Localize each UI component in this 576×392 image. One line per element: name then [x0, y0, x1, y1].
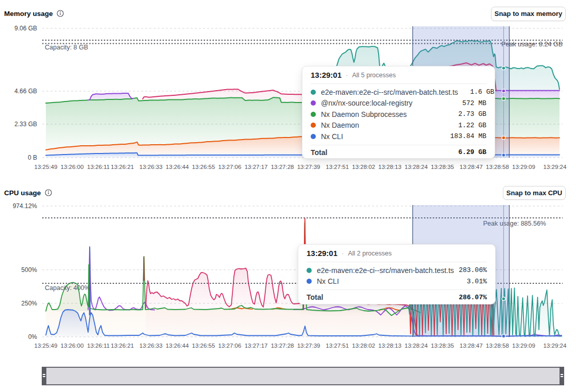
svg-text:13:29:09: 13:29:09	[512, 164, 535, 170]
svg-text:13:28:58: 13:28:58	[486, 164, 509, 170]
svg-text:13:26:11: 13:26:11	[87, 343, 110, 349]
svg-text:13:26:44: 13:26:44	[166, 343, 189, 349]
svg-text:13:27:06: 13:27:06	[218, 343, 242, 349]
svg-text:13:27:51: 13:27:51	[326, 343, 349, 349]
svg-text:Peak usage: 8.24 GB: Peak usage: 8.24 GB	[501, 41, 563, 48]
svg-text:13:26:21: 13:26:21	[111, 164, 134, 170]
svg-text:13:26:55: 13:26:55	[192, 343, 215, 349]
svg-text:13:27:28: 13:27:28	[271, 343, 294, 349]
svg-text:Capacity: 400%: Capacity: 400%	[45, 284, 90, 292]
svg-text:13:26:21: 13:26:21	[111, 343, 134, 349]
svg-text:13:28:35: 13:28:35	[431, 343, 454, 349]
svg-text:4.66 GB: 4.66 GB	[14, 88, 37, 95]
svg-text:Capacity: 8 GB: Capacity: 8 GB	[45, 44, 88, 51]
svg-text:13:29:09: 13:29:09	[512, 343, 535, 349]
svg-text:13:26:00: 13:26:00	[61, 164, 84, 170]
svg-text:13:28:02: 13:28:02	[352, 164, 375, 170]
svg-text:13:28:35: 13:28:35	[431, 164, 454, 170]
svg-text:13:27:17: 13:27:17	[245, 343, 268, 349]
svg-text:13:29:24: 13:29:24	[544, 164, 567, 170]
svg-text:13:28:02: 13:28:02	[352, 343, 375, 349]
svg-text:13:28:13: 13:28:13	[378, 164, 401, 170]
svg-text:13:27:39: 13:27:39	[297, 164, 320, 170]
svg-text:13:28:24: 13:28:24	[404, 343, 428, 349]
svg-text:13:27:06: 13:27:06	[218, 164, 242, 170]
svg-text:250%: 250%	[21, 300, 37, 307]
svg-text:13:27:51: 13:27:51	[326, 164, 349, 170]
svg-text:13:25:49: 13:25:49	[35, 164, 58, 170]
svg-text:13:29:24: 13:29:24	[544, 343, 567, 349]
svg-text:9.06 GB: 9.06 GB	[14, 25, 37, 32]
svg-text:13:28:47: 13:28:47	[460, 343, 483, 349]
svg-text:13:26:33: 13:26:33	[140, 343, 163, 349]
svg-text:2.33 GB: 2.33 GB	[14, 121, 37, 128]
svg-text:0%: 0%	[28, 333, 38, 340]
svg-text:13:27:39: 13:27:39	[297, 343, 320, 349]
svg-text:13:27:28: 13:27:28	[271, 164, 294, 170]
svg-text:13:28:24: 13:28:24	[404, 164, 428, 170]
svg-text:13:26:55: 13:26:55	[192, 164, 215, 170]
svg-text:13:26:11: 13:26:11	[87, 164, 110, 170]
svg-text:13:26:44: 13:26:44	[166, 164, 189, 170]
svg-text:13:25:49: 13:25:49	[35, 343, 58, 349]
svg-text:500%: 500%	[21, 266, 37, 274]
svg-text:13:28:47: 13:28:47	[460, 164, 483, 170]
svg-text:13:26:00: 13:26:00	[61, 343, 84, 349]
svg-text:974.12%: 974.12%	[13, 202, 38, 210]
svg-text:13:26:33: 13:26:33	[140, 164, 163, 170]
svg-text:13:27:17: 13:27:17	[245, 164, 268, 170]
svg-text:13:28:58: 13:28:58	[486, 343, 509, 349]
svg-text:0 B: 0 B	[28, 154, 37, 161]
svg-text:13:28:13: 13:28:13	[378, 343, 401, 349]
